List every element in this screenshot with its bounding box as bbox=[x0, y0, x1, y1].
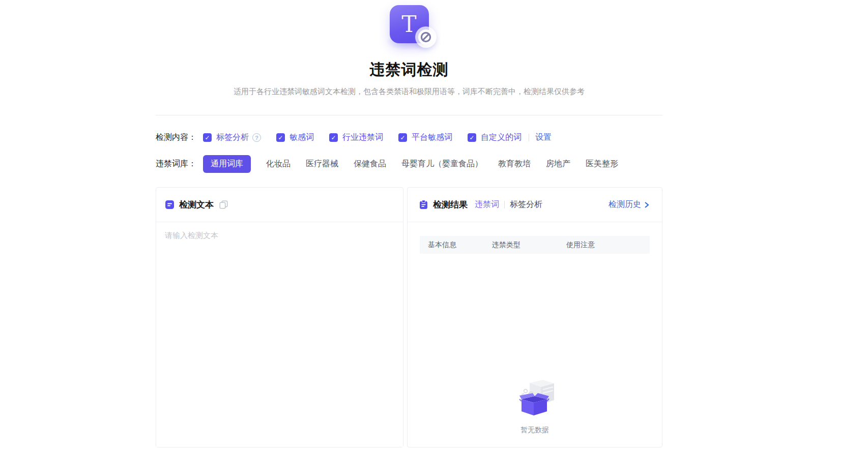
checkbox-custom-words[interactable]: 自定义的词 bbox=[468, 132, 522, 143]
empty-text: 暂无数据 bbox=[520, 426, 549, 435]
detect-content-label: 检测内容： bbox=[156, 132, 196, 143]
checkbox-industry-prohibited[interactable]: 行业违禁词 bbox=[329, 132, 383, 143]
page-title: 违禁词检测 bbox=[156, 59, 662, 80]
checkbox-checked-icon[interactable] bbox=[276, 133, 285, 142]
result-tab-tag-analysis[interactable]: 标签分析 bbox=[510, 199, 542, 210]
result-panel: 检测结果 违禁词 标签分析 检测历史 基本信息 bbox=[407, 187, 662, 447]
empty-state: 暂无数据 bbox=[420, 378, 650, 435]
checkbox-checked-icon[interactable] bbox=[468, 133, 476, 142]
result-table-header: 基本信息 违禁类型 使用注意 bbox=[420, 236, 650, 254]
history-link[interactable]: 检测历史 bbox=[609, 199, 650, 210]
text-detection-logo-icon: T bbox=[390, 5, 429, 43]
library-tab-maternal-infant[interactable]: 母婴育儿（婴童食品） bbox=[401, 159, 483, 169]
input-panel: 检测文本 bbox=[156, 187, 403, 447]
clipboard-icon bbox=[419, 200, 428, 209]
result-body: 基本信息 违禁类型 使用注意 bbox=[408, 222, 662, 447]
column-usage-note: 使用注意 bbox=[558, 241, 650, 250]
result-panel-header: 检测结果 违禁词 标签分析 检测历史 bbox=[408, 188, 662, 222]
library-tab-education[interactable]: 教育教培 bbox=[498, 159, 531, 169]
section-divider bbox=[156, 115, 662, 115]
page-subtitle: 适用于各行业违禁词敏感词文本检测，包含各类禁语和极限用语等，词库不断完善中，检测… bbox=[156, 87, 662, 97]
input-panel-header: 检测文本 bbox=[156, 188, 403, 222]
result-tab-prohibited[interactable]: 违禁词 bbox=[475, 199, 499, 210]
result-panel-title: 检测结果 bbox=[433, 199, 468, 211]
checkbox-checked-icon[interactable] bbox=[329, 133, 338, 142]
logo-letter: T bbox=[401, 13, 416, 36]
prohibition-badge-icon bbox=[415, 26, 437, 48]
input-panel-title: 检测文本 bbox=[179, 199, 214, 211]
chevron-right-icon bbox=[644, 201, 650, 208]
panels: 检测文本 bbox=[156, 187, 662, 447]
checkbox-tag-analysis[interactable]: 标签分析 bbox=[203, 132, 261, 143]
document-icon bbox=[165, 200, 175, 209]
empty-box-icon bbox=[514, 378, 555, 420]
main-content: T 违禁词检测 适用于各行业违禁词敏感词文本检测，包含各类禁语和极限用语等，词库… bbox=[156, 0, 662, 447]
divider-bar bbox=[504, 201, 505, 208]
library-tab-real-estate[interactable]: 房地产 bbox=[546, 159, 570, 169]
library-row: 违禁词库： 通用词库 化妆品 医疗器械 保健食品 母婴育儿（婴童食品） 教育教培… bbox=[156, 155, 662, 173]
checkbox-checked-icon[interactable] bbox=[203, 133, 212, 142]
input-textarea-wrap bbox=[156, 222, 403, 447]
library-tab-general[interactable]: 通用词库 bbox=[203, 155, 251, 173]
column-violation-type: 违禁类型 bbox=[484, 241, 558, 250]
detect-content-row: 检测内容： 标签分析 敏感词 行业违禁词 平台敏感词 自定义的词 bbox=[156, 132, 662, 143]
result-tabs: 违禁词 标签分析 bbox=[475, 199, 542, 210]
hero-section: T 违禁词检测 适用于各行业违禁词敏感词文本检测，包含各类禁语和极限用语等，词库… bbox=[156, 5, 662, 115]
library-tabs: 通用词库 化妆品 医疗器械 保健食品 母婴育儿（婴童食品） 教育教培 房地产 医… bbox=[203, 155, 618, 173]
copy-icon[interactable] bbox=[219, 200, 228, 209]
help-icon[interactable] bbox=[252, 133, 261, 142]
detect-text-input[interactable] bbox=[156, 222, 403, 447]
library-tab-cosmetics[interactable]: 化妆品 bbox=[266, 159, 291, 169]
settings-link[interactable]: 设置 bbox=[535, 132, 552, 143]
divider-bar bbox=[529, 134, 529, 141]
checkbox-sensitive-words[interactable]: 敏感词 bbox=[276, 132, 314, 143]
library-tab-medical-aesthetics[interactable]: 医美整形 bbox=[586, 159, 618, 169]
app-logo: T bbox=[390, 5, 429, 43]
checkbox-platform-sensitive[interactable]: 平台敏感词 bbox=[398, 132, 452, 143]
detect-content-options: 标签分析 敏感词 行业违禁词 平台敏感词 自定义的词 bbox=[203, 132, 522, 143]
library-label: 违禁词库： bbox=[156, 159, 196, 169]
library-tab-medical-devices[interactable]: 医疗器械 bbox=[306, 159, 338, 169]
library-tab-health-food[interactable]: 保健食品 bbox=[354, 159, 386, 169]
column-basic-info: 基本信息 bbox=[420, 241, 484, 250]
checkbox-checked-icon[interactable] bbox=[398, 133, 407, 142]
